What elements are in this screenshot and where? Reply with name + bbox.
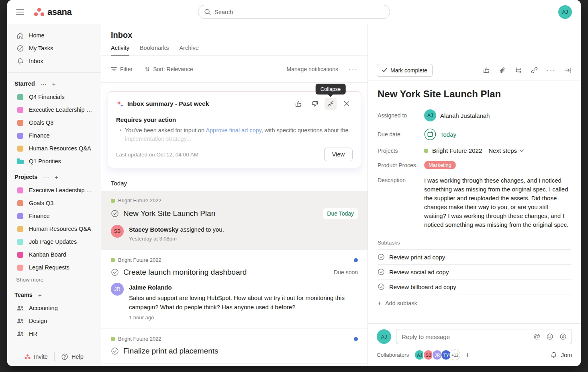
thumbs-up-icon[interactable] bbox=[292, 98, 304, 110]
emoji-icon[interactable] bbox=[546, 333, 553, 340]
sidebar-team-hr[interactable]: HR bbox=[7, 327, 101, 340]
project-color-swatch bbox=[17, 133, 23, 139]
sidebar-item-label: Human Resources Q&A bbox=[29, 226, 91, 232]
comment-text: Sales and support are loving HubSpot. Ho… bbox=[129, 294, 346, 312]
manage-notifications-link[interactable]: Manage notifications bbox=[287, 66, 338, 72]
sidebar-item-q4-financials[interactable]: Q4 Financials bbox=[7, 90, 101, 103]
check-circle-icon[interactable] bbox=[111, 347, 119, 355]
sidebar-item-hr-qa[interactable]: Human Resources Q&A bbox=[7, 142, 101, 155]
show-more-link[interactable]: Show more bbox=[7, 274, 101, 286]
thumbs-down-icon[interactable] bbox=[308, 98, 321, 110]
check-circle-icon[interactable] bbox=[378, 268, 385, 275]
subtask-row[interactable]: Review print ad copy bbox=[378, 249, 571, 264]
due-date-field[interactable]: Due date Today bbox=[378, 128, 571, 140]
project-color-dot bbox=[111, 258, 115, 262]
notification-finalize-print-ads[interactable]: Bright Future 2022 Finalize print ad pla… bbox=[101, 329, 368, 364]
sidebar-item-finance[interactable]: Finance bbox=[7, 129, 101, 142]
like-icon[interactable] bbox=[483, 66, 490, 74]
hamburger-menu-icon[interactable] bbox=[16, 9, 24, 15]
sidebar-project-job-page-updates[interactable]: Job Page Updates bbox=[7, 235, 101, 248]
join-button[interactable]: Join bbox=[550, 351, 572, 358]
teams-add-icon[interactable]: + bbox=[38, 292, 42, 298]
help-button[interactable]: Help bbox=[61, 353, 84, 360]
check-circle-icon bbox=[16, 45, 24, 52]
summary-section: Inbox summary - Past week Collapse Requi… bbox=[101, 83, 368, 176]
assignee-field[interactable]: Assigned to AJ Alanah Justalanah bbox=[378, 109, 571, 121]
check-circle-icon[interactable] bbox=[378, 253, 385, 261]
subtasks-label: Subtasks bbox=[378, 240, 571, 249]
check-circle-icon[interactable] bbox=[111, 268, 119, 276]
check-circle-icon[interactable] bbox=[111, 210, 119, 218]
projects-add-icon[interactable]: + bbox=[55, 174, 58, 180]
invite-button[interactable]: Invite bbox=[24, 354, 48, 360]
bell-icon bbox=[16, 58, 24, 65]
add-subtask-button[interactable]: + Add subtask bbox=[378, 294, 571, 312]
marketing-tag[interactable]: Marketing bbox=[424, 161, 456, 169]
due-today-badge: Due Today bbox=[323, 208, 358, 219]
subtask-title: Review print ad copy bbox=[389, 254, 445, 261]
today-section-label: Today bbox=[101, 176, 368, 191]
sidebar-item-executive-leadership[interactable]: Executive Leadership Gr... bbox=[7, 103, 101, 116]
subtasks-icon[interactable] bbox=[514, 66, 522, 74]
page-title: Inbox bbox=[111, 31, 358, 40]
sidebar-item-q1-priorities[interactable]: Q1 Priorities bbox=[7, 155, 101, 168]
sidebar-project-hr-qa[interactable]: Human Resources Q&A bbox=[7, 222, 101, 235]
calendar-icon bbox=[424, 128, 436, 140]
sidebar-team-design[interactable]: Design bbox=[7, 314, 101, 327]
project-color-swatch bbox=[17, 120, 23, 126]
sidebar-project-legal-requests[interactable]: Legal Requests bbox=[7, 261, 101, 274]
collapse-panel-icon[interactable] bbox=[564, 66, 572, 74]
notification-new-york-site-launch[interactable]: Bright Future 2022 New York Site Launch … bbox=[101, 191, 368, 250]
search-input[interactable]: Search bbox=[198, 5, 390, 19]
sidebar-item-goals-q3[interactable]: Goals Q3 bbox=[7, 116, 101, 129]
project-section[interactable]: Next steps bbox=[488, 147, 524, 154]
collapse-icon[interactable]: Collapse bbox=[325, 98, 337, 110]
starred-more-icon[interactable]: ··· bbox=[41, 81, 47, 87]
add-collaborator-button[interactable]: + bbox=[465, 351, 470, 359]
projects-field[interactable]: Projects Bright Future 2022 Next steps bbox=[378, 147, 571, 154]
custom-field[interactable]: Product Proces... Marketing bbox=[378, 161, 571, 169]
more-collaborators-count[interactable]: +12 bbox=[449, 349, 460, 360]
timestamp: 1 hour ago bbox=[129, 314, 346, 321]
toolbar-more-icon[interactable]: ··· bbox=[349, 65, 358, 73]
sidebar-project-executive-leadership[interactable]: Executive Leadership Gr... bbox=[7, 184, 101, 197]
sidebar-project-goals-q3[interactable]: Goals Q3 bbox=[7, 197, 101, 210]
sort-button[interactable]: Sort: Relevance bbox=[145, 66, 193, 72]
mark-complete-label: Mark complete bbox=[390, 67, 427, 74]
sidebar-item-my-tasks[interactable]: My Tasks bbox=[7, 42, 101, 55]
actor-name: Jaime Rolando bbox=[129, 284, 172, 291]
action-text: assigned to you. bbox=[180, 226, 224, 233]
notification-create-dashboard[interactable]: Bright Future 2022 Create launch monitor… bbox=[101, 250, 368, 329]
sidebar-item-inbox[interactable]: Inbox bbox=[7, 55, 101, 68]
sidebar-item-home[interactable]: Home bbox=[7, 29, 101, 42]
filter-button[interactable]: Filter bbox=[111, 66, 133, 72]
summary-bullet: • You've been asked for input on Approve… bbox=[116, 126, 353, 135]
user-avatar[interactable]: AJ bbox=[558, 5, 572, 19]
subtask-row[interactable]: Review billboard ad copy bbox=[378, 279, 571, 294]
tab-bookmarks[interactable]: Bookmarks bbox=[140, 45, 169, 55]
sidebar-team-accounting[interactable]: Accounting bbox=[7, 302, 101, 314]
subtask-row[interactable]: Review social ad copy bbox=[378, 264, 571, 279]
description-field[interactable]: Description I was working through these … bbox=[378, 176, 571, 229]
mark-complete-button[interactable]: Mark complete bbox=[377, 64, 433, 77]
tab-activity[interactable]: Activity bbox=[111, 45, 129, 55]
project-color-swatch bbox=[17, 252, 23, 258]
tab-archive[interactable]: Archive bbox=[179, 45, 198, 55]
mention-icon[interactable]: @ bbox=[534, 333, 540, 340]
starred-add-icon[interactable]: + bbox=[52, 81, 56, 87]
appreciation-icon[interactable] bbox=[559, 333, 567, 340]
projects-more-icon[interactable]: ··· bbox=[43, 174, 49, 180]
sidebar-project-finance[interactable]: Finance bbox=[7, 210, 101, 222]
sidebar-project-kanban-board[interactable]: Kanban Board bbox=[7, 248, 101, 261]
task-link[interactable]: Approve final ad copy bbox=[206, 127, 261, 134]
asana-logo[interactable]: asana bbox=[34, 7, 71, 17]
view-button[interactable]: View bbox=[324, 148, 353, 161]
attachment-icon[interactable] bbox=[499, 67, 506, 74]
check-circle-icon[interactable] bbox=[378, 283, 385, 290]
task-more-icon[interactable]: ··· bbox=[547, 66, 556, 74]
footer-divider bbox=[54, 352, 55, 361]
link-icon[interactable] bbox=[531, 66, 538, 74]
bullet-text: , with specific questions about the bbox=[261, 127, 349, 134]
close-icon[interactable] bbox=[341, 98, 353, 110]
sidebar-item-label: My Tasks bbox=[29, 45, 53, 51]
